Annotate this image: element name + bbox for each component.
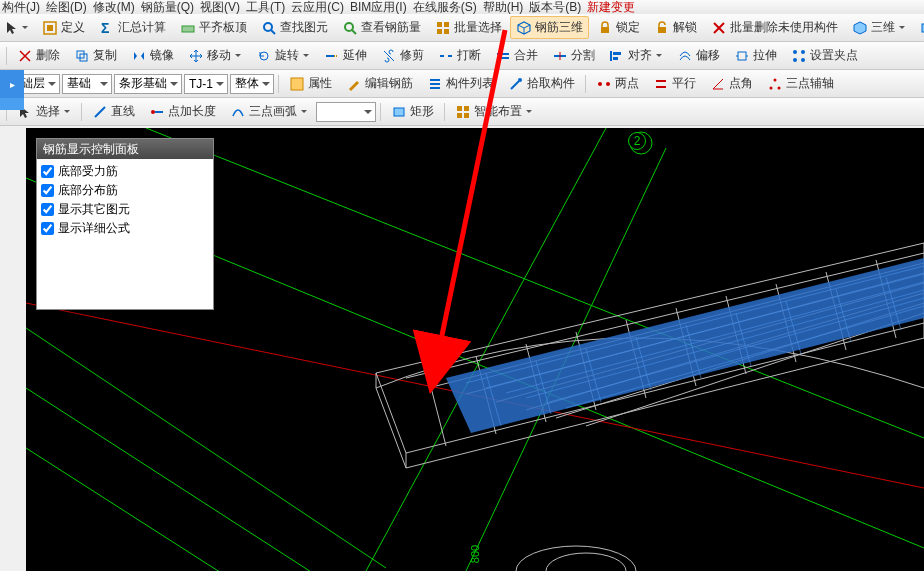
stretch-button[interactable]: 拉伸: [728, 44, 783, 67]
svg-point-29: [793, 50, 797, 54]
svg-line-45: [95, 107, 105, 117]
menu-item[interactable]: 钢筋量(Q): [141, 0, 194, 14]
menu-item[interactable]: BIM应用(I): [350, 0, 407, 14]
svg-rect-9: [444, 22, 449, 27]
menu-item[interactable]: 构件(J): [2, 0, 40, 14]
align-button[interactable]: 对齐: [603, 44, 669, 67]
component-combo[interactable]: TJ-1: [184, 74, 228, 94]
svg-rect-26: [613, 52, 621, 55]
view-rebar-button[interactable]: 查看钢筋量: [336, 16, 427, 39]
left-dock-tab-2[interactable]: [0, 98, 24, 110]
define-button[interactable]: 定义: [36, 16, 91, 39]
delete-button[interactable]: 删除: [11, 44, 66, 67]
svg-line-7: [352, 30, 356, 34]
rebar-display-panel[interactable]: 钢筋显示控制面板 底部受力筋 底部分布筋 显示其它图元 显示详细公式: [36, 138, 214, 310]
3d-view-button[interactable]: 三维: [846, 16, 912, 39]
menu-item[interactable]: 视图(V): [200, 0, 240, 14]
unlock-button[interactable]: 解锁: [648, 16, 703, 39]
rect-button[interactable]: 矩形: [385, 100, 440, 123]
rotate-button[interactable]: 旋转: [250, 44, 316, 67]
menu-item[interactable]: 绘图(D): [46, 0, 87, 14]
find-element-button[interactable]: 查找图元: [255, 16, 334, 39]
scope-combo[interactable]: 整体: [230, 74, 274, 94]
dropdown-icon[interactable]: [22, 20, 28, 36]
two-point-button[interactable]: 两点: [590, 72, 645, 95]
svg-point-44: [778, 86, 781, 89]
batch-select-button[interactable]: 批量选择: [429, 16, 508, 39]
lock-button[interactable]: 锁定: [591, 16, 646, 39]
svg-point-31: [793, 58, 797, 62]
svg-line-5: [271, 30, 275, 34]
merge-button[interactable]: 合并: [489, 44, 544, 67]
component-list-button[interactable]: 构件列表: [421, 72, 500, 95]
point-extend-button[interactable]: 点加长度: [143, 100, 222, 123]
svg-rect-48: [394, 108, 404, 116]
svg-rect-51: [457, 113, 462, 118]
checkbox-bottom-dist[interactable]: 底部分布筋: [41, 181, 209, 200]
menu-item[interactable]: 帮助(H): [483, 0, 524, 14]
extend-button[interactable]: 延伸: [318, 44, 373, 67]
bird-view-button[interactable]: 俯视: [914, 16, 924, 39]
move-button[interactable]: 移动: [182, 44, 248, 67]
edit-rebar-button[interactable]: 编辑钢筋: [340, 72, 419, 95]
panel-title: 钢筋显示控制面板: [37, 139, 213, 159]
line-button[interactable]: 直线: [86, 100, 141, 123]
svg-rect-28: [738, 52, 746, 60]
svg-point-4: [264, 23, 272, 31]
checkbox-show-formula[interactable]: 显示详细公式: [41, 219, 209, 238]
offset-button[interactable]: 偏移: [671, 44, 726, 67]
toolbar-row-4: 选择 直线 点加长度 三点画弧 矩形 智能布置: [0, 98, 924, 126]
svg-rect-3: [182, 26, 194, 32]
svg-line-54: [26, 388, 336, 571]
pick-component-button[interactable]: 拾取构件: [502, 72, 581, 95]
toolbar-row-3: 基础层 基础 条形基础 TJ-1 整体 属性 编辑钢筋 构件列表 拾取构件 两点…: [0, 70, 924, 98]
svg-rect-11: [444, 29, 449, 34]
svg-line-69: [426, 368, 446, 446]
svg-rect-13: [658, 27, 666, 33]
left-dock-tab[interactable]: ▸: [0, 70, 24, 98]
parallel-button[interactable]: 平行: [647, 72, 702, 95]
sum-button[interactable]: Σ汇总计算: [93, 16, 172, 39]
trim-button[interactable]: 修剪: [375, 44, 430, 67]
arc-combo[interactable]: [316, 102, 376, 122]
svg-line-81: [506, 282, 924, 393]
svg-rect-50: [464, 106, 469, 111]
checkbox-show-others[interactable]: 显示其它图元: [41, 200, 209, 219]
break-button[interactable]: 打断: [432, 44, 487, 67]
svg-text:Σ: Σ: [101, 20, 109, 36]
toolbar-row-1: 定义 Σ汇总计算 平齐板顶 查找图元 查看钢筋量 批量选择 钢筋三维 锁定 解锁…: [0, 14, 924, 42]
split-button[interactable]: 分割: [546, 44, 601, 67]
svg-rect-27: [613, 57, 618, 60]
cursor-icon: [4, 20, 20, 36]
batch-delete-button[interactable]: 批量删除未使用构件: [705, 16, 844, 39]
three-point-arc-button[interactable]: 三点画弧: [224, 100, 314, 123]
checkbox-bottom-main[interactable]: 底部受力筋: [41, 162, 209, 181]
menu-item[interactable]: 新建变更: [587, 0, 635, 14]
props-button[interactable]: 属性: [283, 72, 338, 95]
type-combo[interactable]: 条形基础: [114, 74, 182, 94]
svg-rect-10: [437, 29, 442, 34]
point-angle-button[interactable]: 点角: [704, 72, 759, 95]
menu-item[interactable]: 修改(M): [93, 0, 135, 14]
menu-item[interactable]: 云应用(C): [291, 0, 344, 14]
svg-point-43: [774, 78, 777, 81]
svg-point-30: [801, 50, 805, 54]
svg-point-42: [770, 86, 773, 89]
menu-item[interactable]: 工具(T): [246, 0, 285, 14]
svg-line-55: [26, 448, 276, 571]
level-top-button[interactable]: 平齐板顶: [174, 16, 253, 39]
three-point-axis-button[interactable]: 三点辅轴: [761, 72, 840, 95]
menu-item[interactable]: 在线服务(S): [413, 0, 477, 14]
mirror-button[interactable]: 镜像: [125, 44, 180, 67]
set-grip-button[interactable]: 设置夹点: [785, 44, 864, 67]
svg-rect-52: [464, 113, 469, 118]
svg-line-53: [26, 328, 386, 568]
category-combo[interactable]: 基础: [62, 74, 112, 94]
svg-point-46: [151, 110, 155, 114]
svg-rect-33: [291, 78, 303, 90]
smart-layout-button[interactable]: 智能布置: [449, 100, 539, 123]
menu-item[interactable]: 版本号(B): [529, 0, 581, 14]
copy-button[interactable]: 复制: [68, 44, 123, 67]
rebar-3d-button[interactable]: 钢筋三维: [510, 16, 589, 39]
toolbar-row-2: 删除 复制 镜像 移动 旋转 延伸 修剪 打断 合并 分割 对齐 偏移 拉伸 设…: [0, 42, 924, 70]
